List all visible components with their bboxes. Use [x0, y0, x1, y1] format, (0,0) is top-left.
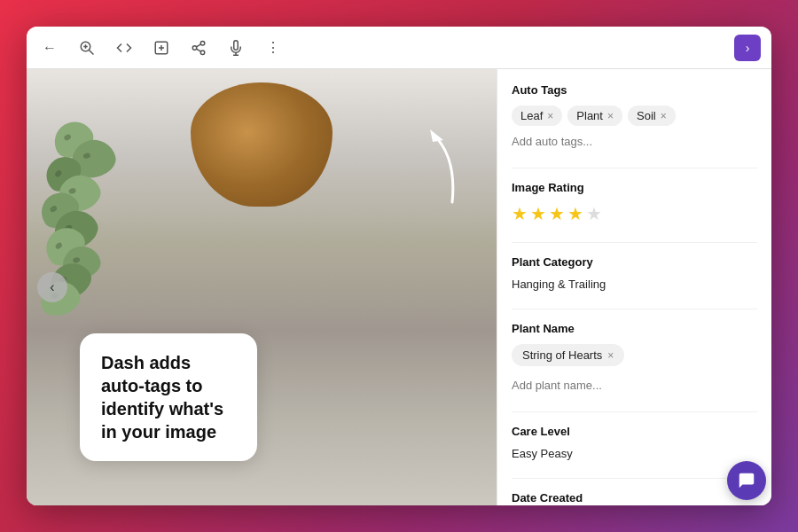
auto-tags-section: Auto Tags Leaf × Plant × Soil ×: [512, 83, 757, 150]
star-1[interactable]: ★: [512, 203, 528, 224]
svg-point-9: [200, 51, 205, 55]
star-4[interactable]: ★: [567, 203, 583, 224]
mic-icon[interactable]: [223, 35, 248, 60]
tag-soil-text: Soil: [637, 109, 656, 122]
star-3[interactable]: ★: [549, 203, 565, 224]
image-panel: Dash adds auto-tags to identify what's i…: [27, 69, 497, 505]
image-rating-label: Image Rating: [512, 181, 757, 194]
tag-soil-remove[interactable]: ×: [661, 111, 667, 121]
chat-button[interactable]: [727, 461, 766, 500]
star-5[interactable]: ★: [586, 203, 602, 224]
divider-2: [512, 242, 757, 243]
svg-line-10: [196, 49, 200, 51]
tag-leaf: Leaf ×: [512, 106, 562, 126]
prev-button[interactable]: ‹: [37, 272, 67, 302]
plant-name-label: Plant Name: [512, 322, 757, 335]
auto-tags-row: Leaf × Plant × Soil ×: [512, 106, 757, 126]
add-auto-tags-input[interactable]: [512, 133, 757, 150]
star-2[interactable]: ★: [530, 203, 546, 224]
care-level-section: Care Level Easy Peasy: [512, 425, 757, 460]
share-icon[interactable]: [186, 35, 211, 60]
main-content: Dash adds auto-tags to identify what's i…: [27, 69, 771, 505]
divider-4: [512, 411, 757, 412]
tag-plant-text: Plant: [576, 109, 603, 122]
svg-line-1: [89, 50, 93, 54]
right-panel: Auto Tags Leaf × Plant × Soil ×: [497, 69, 771, 505]
callout-text: Dash adds auto-tags to identify what's i…: [101, 351, 236, 443]
expand-button[interactable]: ›: [734, 35, 761, 61]
toolbar-right: ›: [734, 35, 761, 61]
auto-tags-label: Auto Tags: [512, 83, 757, 97]
zoom-icon[interactable]: [74, 35, 99, 60]
app-window: ←: [27, 27, 771, 505]
tag-plant: Plant ×: [567, 106, 622, 126]
plant-name-section: Plant Name String of Hearts ×: [512, 322, 757, 394]
date-created-section: Date Created: [512, 491, 757, 505]
back-icon[interactable]: ←: [37, 35, 62, 60]
divider-3: [512, 309, 757, 309]
plant-category-label: Plant Category: [512, 255, 757, 269]
divider-5: [512, 478, 757, 479]
plant-category-section: Plant Category Hanging & Trailing: [512, 255, 757, 291]
tag-plant-remove[interactable]: ×: [607, 111, 614, 121]
tag-soil: Soil ×: [628, 106, 676, 126]
code-icon[interactable]: [112, 35, 137, 60]
plant-name-tag-text: String of Hearts: [522, 348, 602, 362]
care-level-value: Easy Peasy: [512, 447, 757, 460]
add-icon[interactable]: [149, 35, 174, 60]
image-rating-section: Image Rating ★ ★ ★ ★ ★: [512, 181, 757, 224]
toolbar-left: ←: [37, 35, 724, 60]
date-created-label: Date Created: [512, 491, 757, 505]
svg-line-11: [196, 43, 200, 46]
plant-name-tag: String of Hearts ×: [512, 344, 624, 366]
plant-category-value: Hanging & Trailing: [512, 278, 757, 291]
tag-leaf-remove[interactable]: ×: [547, 111, 553, 121]
svg-point-8: [192, 45, 197, 50]
tag-leaf-text: Leaf: [520, 109, 543, 122]
more-icon[interactable]: ⋮: [261, 35, 286, 60]
svg-point-7: [200, 41, 205, 45]
add-plant-name-input[interactable]: [512, 377, 757, 394]
divider-1: [512, 168, 757, 168]
stars-row: ★ ★ ★ ★ ★: [512, 203, 757, 224]
care-level-label: Care Level: [512, 425, 757, 438]
coconut-pot: [191, 82, 332, 207]
toolbar: ←: [27, 27, 771, 69]
plant-name-remove[interactable]: ×: [607, 350, 614, 361]
callout-box: Dash adds auto-tags to identify what's i…: [80, 333, 257, 461]
